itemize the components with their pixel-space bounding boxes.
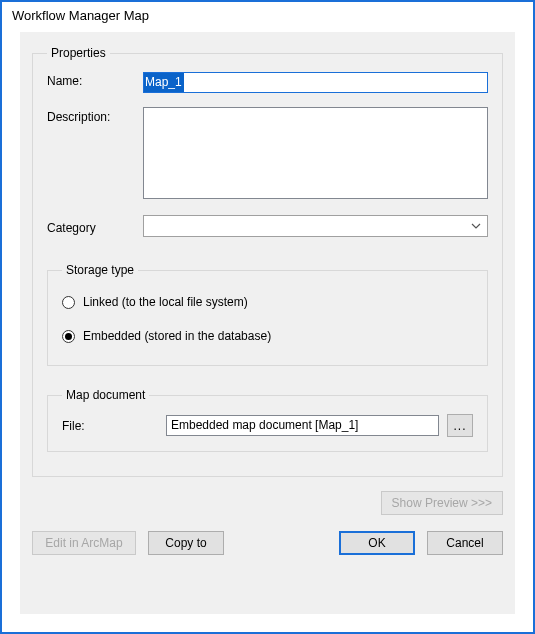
category-select[interactable] [143, 215, 488, 237]
storage-embedded-label: Embedded (stored in the database) [83, 329, 271, 343]
storage-linked-option[interactable]: Linked (to the local file system) [62, 295, 473, 309]
dialog-body: Properties Name: Map_1 Description: Cate… [20, 32, 515, 614]
file-row: File: Embedded map document [Map_1] ... [62, 414, 473, 437]
preview-row: Show Preview >>> [32, 491, 503, 515]
name-row: Name: Map_1 [47, 72, 488, 93]
map-document-group: Map document File: Embedded map document… [47, 388, 488, 452]
storage-linked-label: Linked (to the local file system) [83, 295, 248, 309]
radio-unchecked-icon [62, 296, 75, 309]
copy-to-button[interactable]: Copy to [148, 531, 224, 555]
category-label: Category [47, 218, 143, 235]
storage-type-group: Storage type Linked (to the local file s… [47, 263, 488, 366]
name-label: Name: [47, 72, 143, 88]
window-title: Workflow Manager Map [2, 2, 533, 27]
chevron-down-icon [471, 221, 481, 231]
file-label: File: [62, 419, 158, 433]
storage-legend: Storage type [62, 263, 138, 277]
properties-group: Properties Name: Map_1 Description: Cate… [32, 46, 503, 477]
file-input[interactable]: Embedded map document [Map_1] [166, 415, 439, 436]
properties-legend: Properties [47, 46, 110, 60]
category-row: Category [47, 215, 488, 237]
browse-button[interactable]: ... [447, 414, 473, 437]
description-input[interactable] [143, 107, 488, 199]
name-input[interactable]: Map_1 [143, 72, 488, 93]
edit-in-arcmap-button: Edit in ArcMap [32, 531, 136, 555]
ok-button[interactable]: OK [339, 531, 415, 555]
dialog-window: Workflow Manager Map Properties Name: Ma… [0, 0, 535, 634]
button-bar: Edit in ArcMap Copy to OK Cancel [32, 531, 503, 555]
cancel-button[interactable]: Cancel [427, 531, 503, 555]
radio-checked-icon [62, 330, 75, 343]
storage-embedded-option[interactable]: Embedded (stored in the database) [62, 329, 473, 343]
mapdoc-legend: Map document [62, 388, 149, 402]
description-label: Description: [47, 107, 143, 124]
name-input-selection: Map_1 [144, 73, 184, 92]
show-preview-button: Show Preview >>> [381, 491, 503, 515]
description-row: Description: [47, 107, 488, 199]
